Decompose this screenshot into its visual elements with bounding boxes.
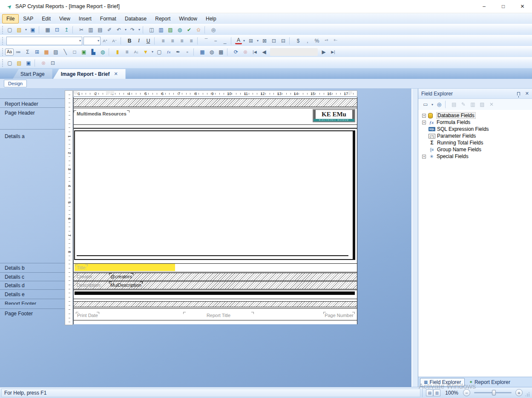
details-b-band[interactable]: Title: — [74, 263, 357, 272]
report-title-field[interactable]: Report Title — [184, 313, 253, 318]
bold-button[interactable]: B — [125, 37, 134, 45]
expand-icon[interactable]: + — [422, 121, 426, 124]
repository-explorer-button[interactable]: ◍ — [175, 26, 184, 34]
toolbar-grip[interactable] — [1, 26, 4, 34]
toolbar-grip[interactable] — [1, 37, 4, 45]
next-page-button[interactable]: ▶ — [319, 48, 328, 56]
align-right-button[interactable]: ≡ — [177, 37, 187, 45]
menu-sap[interactable]: SAP — [19, 14, 37, 23]
image-placeholder-box[interactable] — [74, 130, 355, 260]
justify-button[interactable]: ≡ — [187, 37, 196, 45]
page-number-field[interactable]: Page Number — [325, 313, 354, 318]
details-d-band[interactable]: Description: MulDescription — [74, 281, 357, 289]
last-page-button[interactable]: ▶| — [328, 48, 338, 56]
lock-size-position-button[interactable]: ⊟ — [279, 37, 288, 45]
underline-button[interactable]: U — [144, 37, 153, 45]
insert-summary-button[interactable]: Σ — [23, 48, 32, 56]
page-header-band[interactable]: Multimedia Resources KE EMu ELECTRONIC M… — [74, 108, 357, 129]
insert-to-report-button[interactable]: ▭ — [421, 100, 430, 109]
section-report-footer[interactable]: Report Footer — [5, 301, 64, 305]
preview-view-icon[interactable]: ▥ — [433, 389, 440, 396]
save-report-button[interactable]: ▣ — [28, 26, 37, 34]
panel-tab-field-explorer[interactable]: ▦ Field Explorer — [420, 378, 465, 386]
font-color-dropdown[interactable]: ▾ — [242, 37, 246, 45]
creator-label[interactable]: Creator: — [77, 274, 94, 279]
new-field-button[interactable]: ▤ — [449, 100, 459, 109]
duplicate-field-button[interactable]: ▥ — [468, 100, 477, 109]
tree-item-label[interactable]: Running Total Fields — [437, 140, 483, 146]
first-page-button[interactable]: |◀ — [250, 48, 259, 56]
insert-cross-tab-button[interactable]: ⊞ — [32, 48, 42, 56]
tab-image-report-brief[interactable]: Image Report - Brief ✕ — [53, 69, 126, 79]
tree-item-label[interactable]: Formula Fields — [437, 119, 470, 125]
dependency-checker-button[interactable]: ✔ — [184, 26, 194, 34]
borders-dropdown[interactable]: ▾ — [256, 37, 260, 45]
olap-design-wizard-button[interactable]: ▩ — [216, 48, 226, 56]
report-title-object[interactable]: Multimedia Resources — [75, 111, 128, 116]
insert-group-button[interactable]: ≔ — [14, 48, 23, 56]
guidelines-button[interactable]: ▫ — [183, 48, 192, 56]
borders-button[interactable]: ⊞ — [246, 37, 256, 45]
insert-box-button[interactable]: □ — [70, 48, 79, 56]
set-datasource-location-button[interactable]: ◍ — [207, 48, 216, 56]
tree-item-label[interactable]: SQL Expression Fields — [437, 126, 489, 132]
select-expert-dropdown[interactable]: ▾ — [150, 48, 155, 56]
creators-field[interactable]: @creators — [110, 274, 132, 279]
align-bottom-button[interactable]: _ — [220, 37, 230, 45]
print-date-field[interactable]: Print Date — [77, 313, 98, 318]
mul-description-field[interactable]: MulDescription — [110, 283, 141, 288]
insert-text-object-button[interactable]: Aa — [5, 49, 14, 55]
emu-save-button[interactable]: ▣ — [24, 59, 33, 67]
auto-hide-pin-icon[interactable] — [517, 92, 520, 95]
design-view-icon[interactable]: ▤ — [426, 389, 433, 396]
tab-start-page[interactable]: Start Page — [13, 69, 52, 79]
redo-button[interactable]: ↷ — [128, 26, 137, 34]
section-details-b[interactable]: Details b — [5, 265, 64, 271]
ke-emu-logo[interactable]: KE EMu ELECTRONIC MUSEUM — [313, 109, 355, 122]
suppress-button[interactable]: ⊠ — [260, 37, 269, 45]
delete-field-button[interactable]: ✕ — [487, 100, 496, 109]
section-page-footer[interactable]: Page Footer — [5, 311, 64, 317]
section-report-header[interactable]: Report Header — [5, 101, 64, 107]
tree-item-label[interactable]: Special Fields — [437, 153, 469, 159]
new-report-button[interactable]: ▢ — [5, 26, 14, 34]
close-panel-icon[interactable]: ✕ — [525, 91, 529, 96]
section-details-d[interactable]: Details d — [5, 283, 64, 288]
insert-subreport-button[interactable]: ▨ — [51, 48, 60, 56]
emu-options-button[interactable]: ⊡ — [48, 59, 58, 67]
print-preview-button[interactable]: ⊡ — [52, 26, 62, 34]
browse-data-button[interactable]: ◎ — [434, 100, 444, 109]
close-tab-icon[interactable]: ✕ — [114, 71, 118, 77]
insert-olap-grid-button[interactable]: ▦ — [42, 48, 51, 56]
paste-button[interactable]: ▤ — [95, 26, 105, 34]
open-report-dropdown[interactable]: ▾ — [24, 26, 28, 34]
decrease-decimals-button[interactable]: ⁰⁻ — [331, 37, 340, 45]
emu-stop-button[interactable]: ⊗ — [39, 59, 48, 67]
print-button[interactable]: ▦ — [43, 26, 52, 34]
insert-chart-button[interactable]: ▙ — [89, 48, 98, 56]
html-preview-button[interactable]: ▥ — [156, 26, 166, 34]
section-details-e[interactable]: Details e — [5, 291, 64, 297]
menu-insert[interactable]: Insert — [75, 14, 96, 23]
zoom-out-button[interactable]: − — [463, 389, 470, 396]
page-indicator[interactable] — [270, 48, 318, 56]
tab-design[interactable]: Design — [4, 80, 27, 87]
details-c-band[interactable]: Creator: @creators — [74, 273, 357, 281]
refresh-button[interactable]: ⟳ — [231, 48, 241, 56]
tree-sql-expression-fields[interactable]: SQL SQL Expression Fields — [418, 126, 532, 133]
details-e-band[interactable] — [74, 290, 357, 299]
lock-format-button[interactable]: ⊡ — [269, 37, 279, 45]
format-painter-button[interactable]: ✐ — [105, 26, 114, 34]
copy-button[interactable]: ▥ — [86, 26, 95, 34]
tree-parameter-fields[interactable]: (?) Parameter Fields — [418, 133, 532, 139]
insert-picture-button[interactable]: ▣ — [79, 48, 89, 56]
currency-button[interactable]: $ — [293, 37, 303, 45]
toggle-preview-panel-button[interactable]: ◫ — [147, 26, 156, 34]
tree-group-name-fields[interactable]: {≡ Group Name Fields — [418, 146, 532, 153]
tree-item-label[interactable]: Parameter Fields — [437, 133, 476, 139]
verify-database-button[interactable]: ▨ — [166, 26, 175, 34]
insert-map-button[interactable]: ◍ — [98, 48, 107, 56]
menu-report[interactable]: Report — [151, 14, 175, 23]
maximize-button[interactable]: □ — [494, 0, 513, 13]
menu-format[interactable]: Format — [96, 14, 121, 23]
